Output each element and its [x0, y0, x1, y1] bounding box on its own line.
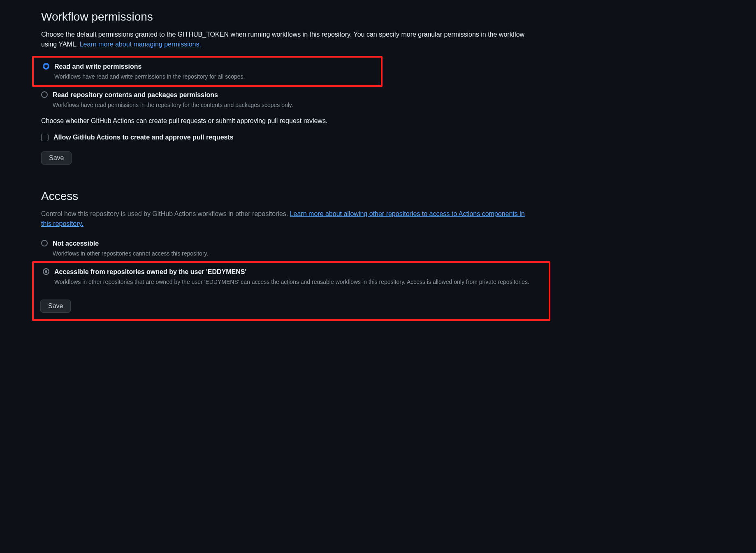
radio-input-accessible-from-user[interactable] [43, 268, 49, 275]
radio-item-accessible-from-user[interactable]: Accessible from repositories owned by th… [43, 264, 542, 290]
learn-more-permissions-link[interactable]: Learn more about managing permissions. [80, 41, 201, 48]
radio-input-not-accessible[interactable] [41, 240, 48, 246]
save-button-permissions[interactable]: Save [41, 151, 72, 165]
radio-input-read-write[interactable] [43, 63, 49, 70]
workflow-permissions-description: Choose the default permissions granted t… [41, 30, 535, 49]
radio-desc-read-only: Workflows have read permissions in the r… [53, 101, 535, 109]
checkbox-input-allow-pr[interactable] [41, 134, 49, 141]
access-section: Access Control how this repository is us… [41, 188, 535, 321]
radio-content-read-only: Read repository contents and packages pe… [53, 90, 535, 109]
radio-content-read-write: Read and write permissions Workflows hav… [54, 62, 381, 81]
radio-item-read-write[interactable]: Read and write permissions Workflows hav… [43, 58, 381, 84]
radio-item-read-only[interactable]: Read repository contents and packages pe… [41, 87, 535, 113]
checkbox-item-allow-pr[interactable]: Allow GitHub Actions to create and appro… [41, 129, 535, 146]
radio-label-accessible-from-user: Accessible from repositories owned by th… [54, 267, 542, 277]
radio-desc-read-write: Workflows have read and write permission… [54, 72, 381, 81]
checkbox-label-allow-pr: Allow GitHub Actions to create and appro… [53, 132, 234, 142]
access-radio-group: Not accessible Workflows in other reposi… [41, 235, 535, 321]
pr-permission-description: Choose whether GitHub Actions can create… [41, 116, 535, 126]
access-description: Control how this repository is used by G… [41, 209, 535, 229]
access-desc-text: Control how this repository is used by G… [41, 210, 290, 217]
highlight-read-write: Read and write permissions Workflows hav… [32, 56, 383, 87]
radio-item-not-accessible[interactable]: Not accessible Workflows in other reposi… [41, 235, 535, 261]
radio-content-not-accessible: Not accessible Workflows in other reposi… [53, 239, 535, 258]
highlight-accessible-from-user: Accessible from repositories owned by th… [32, 261, 550, 321]
workflow-permissions-title: Workflow permissions [41, 8, 535, 26]
access-title: Access [41, 188, 535, 205]
workflow-permissions-section: Workflow permissions Choose the default … [41, 8, 535, 165]
radio-label-not-accessible: Not accessible [53, 239, 535, 249]
radio-desc-not-accessible: Workflows in other repositories cannot a… [53, 249, 535, 258]
radio-label-read-only: Read repository contents and packages pe… [53, 90, 535, 100]
radio-content-accessible-from-user: Accessible from repositories owned by th… [54, 267, 542, 286]
radio-desc-accessible-from-user: Workflows in other repositories that are… [54, 278, 542, 286]
radio-label-read-write: Read and write permissions [54, 62, 381, 72]
radio-input-read-only[interactable] [41, 91, 48, 98]
save-button-access[interactable]: Save [40, 300, 71, 313]
workflow-permissions-radio-group: Read and write permissions Workflows hav… [41, 56, 535, 113]
